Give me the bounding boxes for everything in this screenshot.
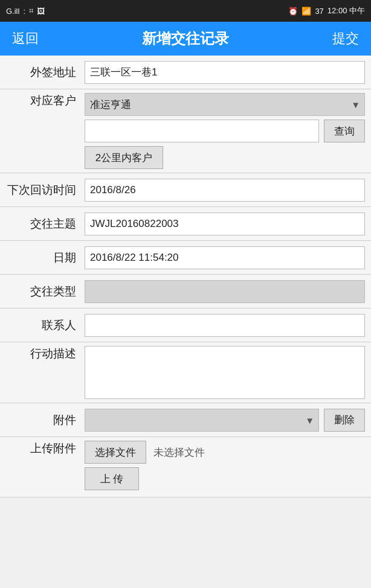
customer-row: 对应客户 准运亨通 ▼ 查询 2公里内客户 (0, 89, 371, 173)
time-display: 12:00 中午 (327, 5, 365, 16)
address-row: 外签地址 (0, 56, 371, 89)
date-label: 日期 (6, 250, 85, 266)
upload-content: 选择文件 未选择文件 上 传 (85, 441, 365, 490)
alarm-icon: ⏰ (288, 7, 298, 16)
no-file-text: 未选择文件 (153, 446, 205, 459)
nearby-button[interactable]: 2公里内客户 (85, 146, 163, 169)
nearby-row: 2公里内客户 (85, 146, 365, 169)
title-bar: 返回 新增交往记录 提交 (0, 22, 371, 56)
subject-input[interactable] (85, 213, 365, 235)
query-row: 查询 (85, 120, 365, 142)
query-button[interactable]: 查询 (324, 120, 365, 142)
subject-content (85, 213, 365, 235)
customer-label: 对应客户 (6, 93, 85, 109)
upload-row: 上传附件 选择文件 未选择文件 上 传 (0, 437, 371, 497)
colon-sep: : (23, 7, 25, 16)
type-input[interactable] (85, 280, 365, 303)
upload-label: 上传附件 (6, 441, 85, 456)
date-row: 日期 (0, 241, 371, 275)
action-textarea[interactable] (85, 346, 365, 399)
upload-button[interactable]: 上 传 (85, 467, 139, 490)
type-row: 交往类型 (0, 275, 371, 308)
contact-content (85, 314, 365, 337)
date-input[interactable] (85, 246, 365, 269)
status-bar: G.ill : ⌗ 🖼 ⏰ 📶 37 12:00 中午 (0, 0, 371, 22)
usb-icon: ⌗ (29, 6, 33, 16)
action-label: 行动描述 (6, 346, 85, 362)
date-content (85, 246, 365, 269)
customer-content: 准运亨通 ▼ 查询 2公里内客户 (85, 93, 365, 169)
revisit-input[interactable] (85, 179, 365, 202)
upload-top: 选择文件 未选择文件 (85, 441, 365, 464)
revisit-content (85, 179, 365, 202)
form-area: 外签地址 对应客户 准运亨通 ▼ 查询 2公里内客户 下次回访时间 (0, 56, 371, 497)
customer-dropdown-row: 准运亨通 ▼ (85, 93, 365, 116)
customer-dropdown[interactable]: 准运亨通 (85, 93, 365, 116)
subject-label: 交往主题 (6, 216, 85, 232)
type-content (85, 280, 365, 303)
status-left: G.ill : ⌗ 🖼 (6, 6, 45, 16)
customer-search-input[interactable] (85, 120, 319, 142)
address-input[interactable] (85, 61, 365, 84)
contact-input[interactable] (85, 314, 365, 337)
delete-button[interactable]: 删除 (324, 409, 365, 432)
attachment-select-wrap: ▼ (85, 409, 319, 432)
subject-row: 交往主题 (0, 207, 371, 241)
wifi-icon: 📶 (302, 7, 311, 16)
type-label: 交往类型 (6, 284, 85, 299)
contact-row: 联系人 (0, 308, 371, 342)
battery-indicator: 37 (315, 7, 323, 16)
revisit-row: 下次回访时间 (0, 173, 371, 207)
attachment-select[interactable] (85, 409, 319, 432)
attachment-content: ▼ 删除 (85, 409, 365, 432)
attachment-label: 附件 (6, 412, 85, 428)
image-icon: 🖼 (37, 7, 45, 16)
address-label: 外签地址 (6, 65, 85, 80)
contact-label: 联系人 (6, 318, 85, 333)
back-button[interactable]: 返回 (12, 30, 39, 48)
action-content (85, 346, 365, 399)
status-right: ⏰ 📶 37 12:00 中午 (288, 5, 365, 16)
choose-file-button[interactable]: 选择文件 (85, 441, 146, 464)
action-row: 行动描述 (0, 342, 371, 403)
attachment-control-row: ▼ 删除 (85, 409, 365, 432)
page-title: 新增交往记录 (142, 29, 229, 48)
address-content (85, 61, 365, 84)
revisit-label: 下次回访时间 (6, 182, 85, 198)
attachment-row: 附件 ▼ 删除 (0, 403, 371, 437)
signal-icon: G.ill (6, 7, 19, 16)
submit-button[interactable]: 提交 (332, 30, 359, 48)
